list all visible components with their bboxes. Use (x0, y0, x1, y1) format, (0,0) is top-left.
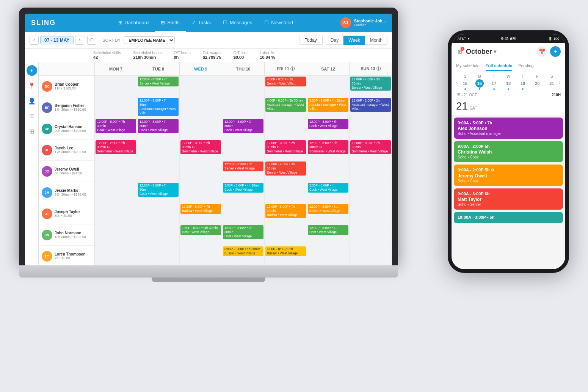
shift-block[interactable]: 12:00P - 3:00P • 2h 30minCook • West Vil… (223, 119, 263, 133)
shift-block[interactable]: 12:00P - 3:00P • 2h 30min ⊙Sommelier • W… (265, 140, 306, 154)
shift-block[interactable]: 12:00P - 8:00P • 7h 30minCook • West Vil… (138, 183, 179, 197)
cell-jes-sat[interactable]: 3:30P - 8:00P • 4hCook • West Village (307, 182, 350, 203)
emp-jeremy-owell[interactable]: JO Jeremy Owell 6h 30min • $97.50 (39, 161, 94, 182)
cell-jn-thu[interactable]: 12:00P - 8:00P • 7h 30minHost • West Vil… (222, 224, 265, 246)
cell-jes-tue[interactable]: 12:00P - 8:00P • 7h 30minCook • West Vil… (137, 182, 180, 203)
shift-block[interactable]: 12:00P - 2:00P • 2h 30min ⊙Sommelier • W… (96, 140, 136, 154)
phone-shift-christina[interactable]: 9:00A - 2:00P 5h Christina Walsh Soho • … (454, 141, 563, 162)
week-day-21[interactable]: S 21 (547, 74, 556, 90)
shift-block[interactable]: 12:00P - 8:00P • 7h 30minHost • West Vil… (223, 225, 263, 239)
shift-block[interactable]: 12:00P - 3:00P • 2h 30min ⊙Sommelier • W… (180, 140, 221, 154)
phone-shift-last[interactable]: 10:00A - 3:00P • 5h (454, 212, 563, 223)
schedule-grid[interactable]: MON 7 TUE 8 WED 9 THU 10 FRI 11 ⓘ SAT 12… (95, 62, 392, 265)
cell-brian-tue[interactable]: 12:00P - 4:30P • 4hServer • West Village (137, 76, 180, 97)
cell-ben-sat[interactable]: 3:00P - 8:00P • 4h 30minAssistant manage… (307, 97, 350, 118)
cell-jer-sat[interactable] (307, 161, 350, 182)
nav-tasks[interactable]: ✓ Tasks (186, 14, 217, 32)
emp-brian-cooper[interactable]: BC Brian Cooper 11h • $165.00 (39, 76, 94, 97)
shift-block[interactable]: 12:00P - 8:00P • 7...Barista • West Vill… (308, 204, 348, 214)
week-day-18[interactable]: W 18 (504, 74, 513, 90)
cell-jos-sat[interactable]: 12:00P - 8:00P • 7...Barista • West Vill… (307, 203, 350, 224)
cell-lor-tue[interactable] (137, 246, 180, 265)
shift-block[interactable]: 12:00P - 8:00P • 7...Host • West Village (308, 225, 348, 235)
add-shift-button[interactable]: + (27, 65, 37, 76)
month-view-button[interactable]: Month (365, 36, 387, 45)
nav-messages[interactable]: ☐ Messages (217, 14, 258, 32)
cell-jac-wed[interactable]: 12:00P - 3:00P • 2h 30min ⊙Sommelier • W… (180, 140, 222, 161)
shift-block[interactable]: 3:00P - 8:00P • 4h 30minCook • West Vill… (223, 183, 263, 193)
cell-ben-sun[interactable]: 12:00P - 2:00P • 2hAssistant manager • W… (350, 97, 392, 118)
week-day-17[interactable]: T 17 (490, 74, 498, 90)
cell-jac-thu[interactable] (222, 140, 265, 161)
cell-brian-fri[interactable]: 4:00P - 8:00P • 3h...Server • West Villa… (265, 76, 307, 97)
cell-jac-sun[interactable]: 12:00P - 8:00P • 7h 30minSommelier • Wes… (350, 140, 392, 161)
shift-block[interactable]: 12:00P - 3:00P • 2h 30min ⊙Sommelier • W… (308, 140, 348, 154)
shift-block[interactable]: 12:00P - 2:00P • 2hAssistant manager • W… (350, 98, 391, 112)
shift-block[interactable]: 4:00P - 8:00P • 3h...Server • West Villa… (265, 77, 306, 86)
cell-jes-thu[interactable]: 3:00P - 8:00P • 4h 30minCook • West Vill… (222, 182, 265, 203)
cell-ben-wed[interactable] (180, 97, 222, 118)
shift-block[interactable]: 12:00P - 8:00P • 7h 30minBarista • West … (265, 204, 306, 218)
cell-cry-wed[interactable] (180, 118, 222, 140)
cell-jes-mon[interactable] (95, 182, 137, 203)
cell-jn-mon[interactable] (95, 224, 137, 246)
cell-cry-thu[interactable]: 12:00P - 3:00P • 2h 30minCook • West Vil… (222, 118, 265, 140)
cell-jn-tue[interactable] (137, 224, 180, 246)
user-icon[interactable]: 👤 (27, 96, 37, 106)
sort-dropdown[interactable]: EMPLOYEE NAME (124, 36, 175, 44)
shift-block[interactable]: 4:00P - 8:00P • 3h 30minAssistant manage… (265, 98, 306, 112)
day-view-button[interactable]: Day (326, 36, 343, 45)
cell-cry-mon[interactable]: 12:00P - 8:00P • 7h 30minCook • West Vil… (95, 118, 137, 140)
nav-shifts[interactable]: ⊞ Shifts (155, 14, 186, 32)
shift-block[interactable]: 12:00P - 6:00P • 7hBarista • West Villag… (180, 204, 221, 214)
cell-cry-sun[interactable] (350, 118, 392, 140)
cell-jer-tue[interactable] (137, 161, 180, 182)
list-view-toggle[interactable]: ☐ (87, 36, 96, 45)
phone-shift-matt[interactable]: 9:00A - 3:00P 6h Matt Taylor Soho • Serv… (454, 188, 563, 210)
cell-jn-wed[interactable]: 1:30P - 6:30P • 4h 30minHost • West Vill… (180, 224, 222, 246)
shift-block[interactable]: 12:00P - 4:00P • 3h 30minServer • West V… (265, 162, 306, 176)
calendar-icon-button[interactable]: 📅 (536, 46, 547, 57)
cell-jer-wed[interactable] (180, 161, 222, 182)
filter-button[interactable]: ⊞ 1 (456, 48, 464, 55)
cell-jer-sun[interactable] (350, 161, 392, 182)
emp-jessie-marks[interactable]: JM Jessie Marks 33h 30min • $235.00 (39, 182, 94, 203)
week-day-16[interactable]: M 16 (475, 74, 484, 90)
cell-brian-sat[interactable] (307, 76, 350, 97)
cell-cry-sat[interactable]: 12:00P - 3:00P • 3hCook • West Village (307, 118, 350, 140)
today-button[interactable]: Today (299, 36, 323, 45)
cell-jes-sun[interactable] (350, 182, 392, 203)
cell-lor-sun[interactable] (350, 246, 392, 265)
cell-lor-fri[interactable]: 5:30P - 8:00P • 2hBusser • West Village (265, 246, 307, 265)
emp-john-normann[interactable]: JN John Normann 19h 30min • $292.50 (39, 224, 94, 246)
cell-jos-wed[interactable]: 12:00P - 6:00P • 7hBarista • West Villag… (180, 203, 222, 224)
cell-jes-fri[interactable] (265, 182, 307, 203)
cell-jos-sun[interactable] (350, 203, 392, 224)
week-day-19[interactable]: T 19 (519, 74, 527, 90)
shift-block[interactable]: 12:00P - 3:00P • 3hCook • West Village (308, 119, 348, 129)
cell-cry-fri[interactable] (265, 118, 307, 140)
cell-jes-wed[interactable] (180, 182, 222, 203)
cell-jn-sat[interactable]: 12:00P - 8:00P • 7...Host • West Village (307, 224, 350, 246)
cell-jn-fri[interactable] (265, 224, 307, 246)
cell-ben-tue[interactable]: 12:00P - 8:00P • 7h 30minAssistant manag… (137, 97, 180, 118)
cell-lor-mon[interactable] (95, 246, 137, 265)
shift-block[interactable]: 12:00P - 4:30P • 4hServer • West Village (138, 77, 179, 86)
emp-benjamin-fisher[interactable]: BF Benjamin Fisher 17h 30min • $350.00 (39, 97, 94, 118)
shift-block[interactable]: 12:00P - 4:00P • 3h 30minServer • West V… (350, 77, 391, 91)
tab-full-schedule[interactable]: Full schedule (486, 61, 512, 71)
cell-cry-tue[interactable]: 12:00P - 8:00P • 7h 30minCook • West Vil… (137, 118, 180, 140)
cell-brian-wed[interactable] (180, 76, 222, 97)
cell-ben-thu[interactable] (222, 97, 265, 118)
nav-dashboard[interactable]: ⊞ Dashboard (112, 14, 155, 32)
tab-pending[interactable]: Pending (518, 61, 533, 71)
cell-jn-sun[interactable] (350, 224, 392, 246)
cell-jac-mon[interactable]: 12:00P - 2:00P • 2h 30min ⊙Sommelier • W… (95, 140, 137, 161)
add-shift-phone-button[interactable]: + (550, 46, 561, 57)
shift-block[interactable]: 3:30P - 8:00P • 4hCook • West Village (308, 183, 348, 193)
filter-icon[interactable]: ⊞ (27, 126, 37, 136)
cell-jos-mon[interactable] (95, 203, 137, 224)
shift-block[interactable]: 12:00P - 8:00P • 7h 30minSommelier • Wes… (350, 140, 391, 154)
cell-jer-mon[interactable] (95, 161, 137, 182)
emp-crystal-hanson[interactable]: CH Crystal Hanson 20h 30min • $205.00 (39, 118, 94, 140)
